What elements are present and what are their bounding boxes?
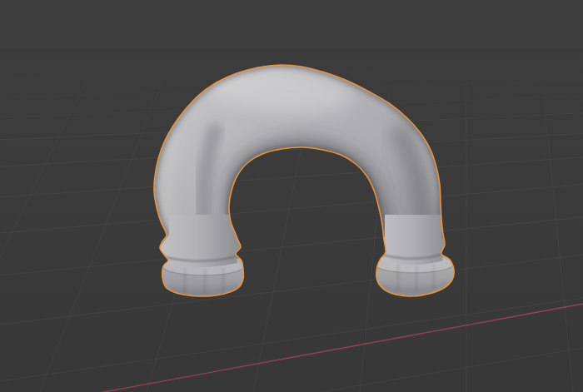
viewport-canvas — [0, 0, 583, 392]
3d-viewport[interactable] — [0, 0, 583, 392]
